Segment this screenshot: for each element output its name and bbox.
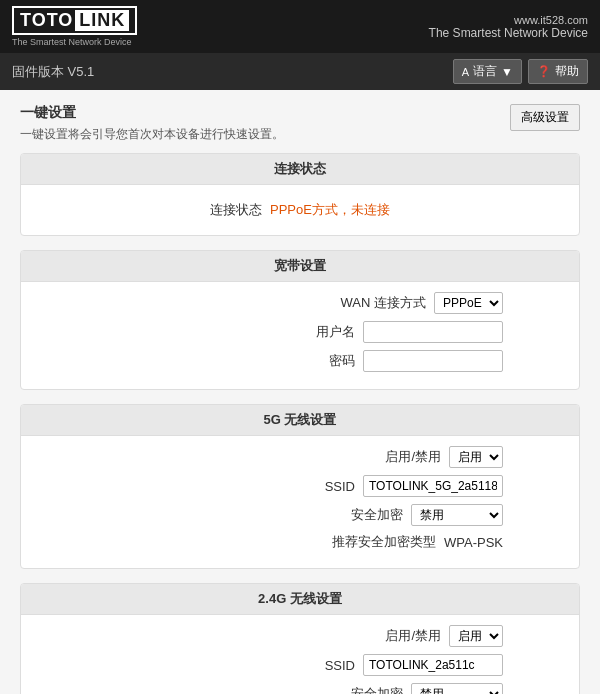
wifi-5g-panel-title: 5G 无线设置 <box>21 405 579 436</box>
2g-security-select[interactable]: 禁用 WPA-PSK WPA2-PSK <box>411 683 503 694</box>
5g-rec-security-label: 推荐安全加密类型 <box>332 533 436 551</box>
5g-rec-security-value: WPA-PSK <box>444 535 503 550</box>
help-label: 帮助 <box>555 63 579 80</box>
header-watermark: www.it528.com <box>429 14 588 26</box>
5g-enable-select[interactable]: 启用 禁用 <box>449 446 503 468</box>
wifi-2g-body: 启用/禁用 启用 禁用 SSID 安全加密 禁用 WPA-PSK WPA2-PS… <box>21 615 579 694</box>
language-button[interactable]: A 语言 ▼ <box>453 59 522 84</box>
language-label: 语言 <box>473 63 497 80</box>
5g-ssid-label: SSID <box>325 479 355 494</box>
header-slogan: The Smartest Network Device <box>429 26 588 40</box>
5g-security-select[interactable]: 禁用 WPA-PSK WPA2-PSK <box>411 504 503 526</box>
password-input[interactable] <box>363 350 503 372</box>
wifi-2g-panel-title: 2.4G 无线设置 <box>21 584 579 615</box>
5g-enable-row: 启用/禁用 启用 禁用 <box>37 446 563 468</box>
connection-status-row: 连接状态 PPPoE方式，未连接 <box>37 195 563 225</box>
2g-security-label: 安全加密 <box>351 685 403 694</box>
wifi-2g-panel: 2.4G 无线设置 启用/禁用 启用 禁用 SSID 安全加密 禁用 WPA-P… <box>20 583 580 694</box>
2g-ssid-row: SSID <box>37 654 563 676</box>
nav-bar: 固件版本 V5.1 A 语言 ▼ ❓ 帮助 <box>0 53 600 90</box>
connection-status-body: 连接状态 PPPoE方式，未连接 <box>21 185 579 235</box>
connection-status-label: 连接状态 <box>210 201 262 219</box>
5g-ssid-row: SSID <box>37 475 563 497</box>
connection-status-value: PPPoE方式，未连接 <box>270 201 390 219</box>
header-right: www.it528.com The Smartest Network Devic… <box>429 14 588 40</box>
wifi-5g-body: 启用/禁用 启用 禁用 SSID 安全加密 禁用 WPA-PSK WPA2-PS… <box>21 436 579 568</box>
main-content: 一键设置 一键设置将会引导您首次对本设备进行快速设置。 高级设置 连接状态 连接… <box>0 90 600 694</box>
help-button[interactable]: ❓ 帮助 <box>528 59 588 84</box>
broadband-panel: 宽带设置 WAN 连接方式 PPPoE DHCP 静态IP 用户名 密码 <box>20 250 580 390</box>
password-label: 密码 <box>329 352 355 370</box>
language-icon: A <box>462 66 469 78</box>
2g-ssid-label: SSID <box>325 658 355 673</box>
wan-type-row: WAN 连接方式 PPPoE DHCP 静态IP <box>37 292 563 314</box>
nav-buttons: A 语言 ▼ ❓ 帮助 <box>453 59 588 84</box>
connection-status-panel-title: 连接状态 <box>21 154 579 185</box>
advanced-settings-button[interactable]: 高级设置 <box>510 104 580 131</box>
2g-enable-label: 启用/禁用 <box>385 627 441 645</box>
5g-rec-security-row: 推荐安全加密类型 WPA-PSK <box>37 533 563 551</box>
wan-type-label: WAN 连接方式 <box>341 294 426 312</box>
2g-ssid-input[interactable] <box>363 654 503 676</box>
language-dropdown-icon: ▼ <box>501 65 513 79</box>
help-icon: ❓ <box>537 65 551 78</box>
broadband-body: WAN 连接方式 PPPoE DHCP 静态IP 用户名 密码 <box>21 282 579 389</box>
quick-setup-title: 一键设置 <box>20 104 284 122</box>
2g-security-row: 安全加密 禁用 WPA-PSK WPA2-PSK <box>37 683 563 694</box>
wan-type-select[interactable]: PPPoE DHCP 静态IP <box>434 292 503 314</box>
wifi-5g-panel: 5G 无线设置 启用/禁用 启用 禁用 SSID 安全加密 禁用 WPA-PSK… <box>20 404 580 569</box>
5g-ssid-input[interactable] <box>363 475 503 497</box>
password-row: 密码 <box>37 350 563 372</box>
quick-setup-text: 一键设置 一键设置将会引导您首次对本设备进行快速设置。 <box>20 104 284 143</box>
username-row: 用户名 <box>37 321 563 343</box>
2g-enable-select[interactable]: 启用 禁用 <box>449 625 503 647</box>
5g-security-label: 安全加密 <box>351 506 403 524</box>
logo-link: LINK <box>75 10 129 31</box>
broadband-panel-title: 宽带设置 <box>21 251 579 282</box>
quick-setup-section: 一键设置 一键设置将会引导您首次对本设备进行快速设置。 高级设置 <box>20 104 580 143</box>
top-header: TOTO LINK The Smartest Network Device ww… <box>0 0 600 53</box>
5g-enable-label: 启用/禁用 <box>385 448 441 466</box>
connection-status-panel: 连接状态 连接状态 PPPoE方式，未连接 <box>20 153 580 236</box>
5g-security-row: 安全加密 禁用 WPA-PSK WPA2-PSK <box>37 504 563 526</box>
firmware-label: 固件版本 V5.1 <box>12 63 94 81</box>
logo-toto: TOTO <box>20 10 73 31</box>
logo-tagline: The Smartest Network Device <box>12 37 132 47</box>
logo-box: TOTO LINK <box>12 6 137 35</box>
2g-enable-row: 启用/禁用 启用 禁用 <box>37 625 563 647</box>
username-label: 用户名 <box>316 323 355 341</box>
logo-area: TOTO LINK The Smartest Network Device <box>12 6 137 47</box>
quick-setup-desc: 一键设置将会引导您首次对本设备进行快速设置。 <box>20 126 284 143</box>
username-input[interactable] <box>363 321 503 343</box>
